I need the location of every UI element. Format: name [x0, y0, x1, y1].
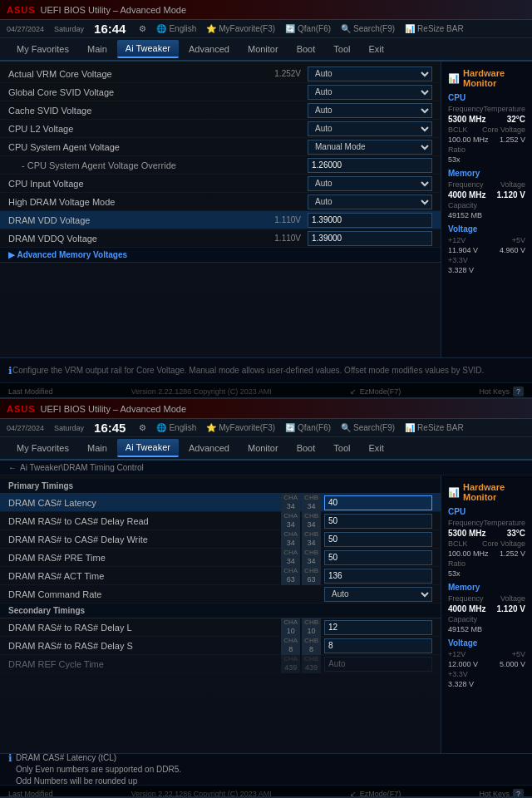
- day-1: Saturday: [54, 25, 84, 33]
- ez-mode-1[interactable]: ↙ EzMode(F7): [350, 387, 401, 396]
- settings-icon-2[interactable]: ⚙: [139, 423, 146, 432]
- nav-tool-1[interactable]: Tool: [325, 41, 358, 57]
- setting-input-ras-read[interactable]: [324, 514, 432, 529]
- hw-cpu-title-2: CPU: [448, 507, 525, 516]
- setting-select-cpu-input[interactable]: Auto: [308, 176, 432, 191]
- hw-corevolt-2: 1.252 V: [500, 549, 525, 558]
- setting-row-svid[interactable]: Global Core SVID Voltage Auto: [0, 83, 441, 101]
- setting-select-svid[interactable]: Auto: [308, 85, 432, 100]
- main-area-1: Actual VRM Core Voltage 1.252V Auto Glob…: [0, 62, 441, 357]
- ez-mode-2[interactable]: ↙ EzMode(F7): [350, 790, 401, 798]
- setting-row-ras-act[interactable]: DRAM RAS# ACT Time CHA63 CHB63: [0, 567, 441, 585]
- setting-row-ras-ras-s[interactable]: DRAM RAS# to RAS# Delay S CHA8 CHB8: [0, 637, 441, 655]
- nav-tool-2[interactable]: Tool: [325, 440, 358, 456]
- toolbar-resize-2[interactable]: 📊ReSize BAR: [405, 423, 464, 432]
- setting-input-ras-write[interactable]: [324, 532, 432, 547]
- status-bar-2: ℹ DRAM CAS# Latency (tCL) Only Even numb…: [0, 753, 532, 785]
- setting-row-dram-mode[interactable]: High DRAM Voltage Mode Auto: [0, 193, 441, 211]
- toolbar-qfan-1[interactable]: 🔄Qfan(F6): [285, 24, 331, 33]
- hw-bclk-label-row: BCLK Core Voltage: [448, 126, 525, 134]
- toolbar-language-1[interactable]: 🌐English: [156, 24, 196, 33]
- setting-input-ras-pre[interactable]: [324, 550, 432, 565]
- section-advanced-memory[interactable]: ▶ Advanced Memory Voltages: [0, 248, 441, 263]
- setting-row-sa-voltage[interactable]: CPU System Agent Voltage Manual Mode: [0, 138, 441, 156]
- bios-title-1: UEFI BIOS Utility – Advanced Mode: [41, 5, 186, 15]
- hot-keys-1[interactable]: Hot Keys ?: [479, 387, 524, 397]
- setting-row-ras-read[interactable]: DRAM RAS# to CAS# Delay Read CHA34 CHB34: [0, 512, 441, 530]
- nav-aitweaker-2[interactable]: Ai Tweaker: [117, 439, 179, 457]
- setting-select-cmd-rate[interactable]: Auto: [324, 587, 432, 602]
- last-modified-1[interactable]: Last Modified: [8, 387, 53, 396]
- hw-sidebar-title-1: 📊 Hardware Monitor: [448, 68, 525, 88]
- setting-label-cpu-l2: CPU L2 Voltage: [8, 124, 259, 134]
- setting-select-sa-voltage[interactable]: Manual Mode: [308, 140, 432, 155]
- setting-row-ras-ras-l[interactable]: DRAM RAS# to RAS# Delay L CHA10 CHB10: [0, 618, 441, 637]
- setting-input-ras-act[interactable]: [324, 569, 432, 584]
- setting-row-ras-pre[interactable]: DRAM RAS# PRE Time CHA34 CHB34: [0, 549, 441, 567]
- hw-voltage-title-1: Voltage: [448, 224, 525, 234]
- nav-favorites-1[interactable]: My Favorites: [8, 41, 77, 57]
- setting-input-ras-ras-l[interactable]: [324, 620, 432, 635]
- ref-cycle-cha-chb: CHA439 CHB439: [281, 654, 321, 672]
- toolbar-resize-1[interactable]: 📊ReSize BAR: [405, 24, 464, 33]
- toolbar-search-2[interactable]: 🔍Search(F9): [341, 423, 395, 432]
- setting-row-cpu-input[interactable]: CPU Input Voltage Auto: [0, 175, 441, 193]
- settings-icon-1[interactable]: ⚙: [139, 24, 146, 33]
- hot-keys-label-1: Hot Keys: [479, 387, 510, 396]
- setting-row-dram-vddq[interactable]: DRAM VDDQ Voltage 1.110V: [0, 229, 441, 248]
- toolbar-qfan-2[interactable]: 🔄Qfan(F6): [285, 423, 331, 432]
- nav-boot-2[interactable]: Boot: [288, 440, 324, 456]
- toolbar-favorite-1[interactable]: ⭐MyFavorite(F3): [206, 24, 275, 33]
- setting-input-ras-ras-s[interactable]: [324, 638, 432, 653]
- setting-row-ras-write[interactable]: DRAM RAS# to CAS# Delay Write CHA34 CHB3…: [0, 530, 441, 549]
- monitor-icon-1: 📊: [448, 73, 460, 84]
- nav-exit-1[interactable]: Exit: [360, 41, 392, 57]
- setting-input-dram-vdd[interactable]: [308, 213, 432, 228]
- hw-voltage-title-2: Voltage: [448, 638, 525, 648]
- setting-select-dram-mode[interactable]: Auto: [308, 195, 432, 209]
- setting-select-cpu-l2[interactable]: Auto: [308, 121, 432, 136]
- setting-row-cmd-rate[interactable]: DRAM Command Rate Auto: [0, 585, 441, 603]
- ras-pre-cha-chb: CHA34 CHB34: [281, 548, 321, 566]
- nav-aitweaker-1[interactable]: Ai Tweaker: [117, 40, 179, 58]
- nav-boot-1[interactable]: Boot: [288, 41, 324, 57]
- hw-cpu-freq: 5300 MHz: [448, 115, 486, 124]
- back-arrow-2[interactable]: ←: [8, 463, 17, 472]
- setting-row-vrm-core[interactable]: Actual VRM Core Voltage 1.252V Auto: [0, 65, 441, 83]
- setting-row-cas[interactable]: DRAM CAS# Latency CHA34 CHB34: [0, 494, 441, 512]
- hw-ratio-2: 53x: [448, 569, 461, 578]
- setting-label-cas: DRAM CAS# Latency: [8, 498, 281, 508]
- setting-row-cpu-l2[interactable]: CPU L2 Voltage Auto: [0, 120, 441, 138]
- setting-row-sa-override[interactable]: - CPU System Agent Voltage Override: [0, 156, 441, 175]
- setting-input-cas[interactable]: [324, 495, 432, 510]
- setting-input-sa-override[interactable]: [308, 158, 432, 173]
- hot-keys-2[interactable]: Hot Keys ?: [479, 789, 524, 799]
- nav-monitor-2[interactable]: Monitor: [239, 440, 287, 456]
- bios-nav-2: My Favorites Main Ai Tweaker Advanced Mo…: [0, 437, 532, 461]
- last-modified-2[interactable]: Last Modified: [8, 790, 53, 798]
- toolbar-search-1[interactable]: 🔍Search(F9): [341, 24, 395, 33]
- nav-monitor-1[interactable]: Monitor: [239, 41, 287, 57]
- ez-icon-2: ↙: [350, 790, 357, 798]
- toolbar-language-2[interactable]: 🌐English: [156, 423, 196, 432]
- setting-label-ras-ras-s: DRAM RAS# to RAS# Delay S: [8, 641, 281, 651]
- setting-select-cache-svid[interactable]: Auto: [308, 103, 432, 118]
- nav-favorites-2[interactable]: My Favorites: [8, 440, 77, 456]
- setting-select-vrm-core[interactable]: Auto: [308, 66, 432, 81]
- toolbar-favorite-2[interactable]: ⭐MyFavorite(F3): [206, 423, 275, 432]
- hw-cpu-temp: 32°C: [507, 115, 525, 124]
- setting-label-sa-voltage: CPU System Agent Voltage: [8, 142, 259, 152]
- nav-main-1[interactable]: Main: [79, 41, 116, 57]
- nav-exit-2[interactable]: Exit: [360, 440, 392, 456]
- hw-mem-volt-1: 1.120 V: [497, 190, 525, 200]
- setting-row-cache-svid[interactable]: Cache SVID Voltage Auto: [0, 101, 441, 120]
- bios-title-2: UEFI BIOS Utility – Advanced Mode: [41, 404, 186, 414]
- ras-ras-l-cha: CHA10: [281, 618, 300, 636]
- nav-advanced-1[interactable]: Advanced: [180, 41, 238, 57]
- setting-row-dram-vdd[interactable]: DRAM VDD Voltage 1.110V: [0, 211, 441, 229]
- ras-pre-chb: CHB34: [302, 548, 321, 566]
- setting-input-dram-vddq[interactable]: [308, 231, 432, 246]
- nav-advanced-2[interactable]: Advanced: [180, 440, 238, 456]
- nav-main-2[interactable]: Main: [79, 440, 116, 456]
- hw-mem-cap-2: 49152 MB: [448, 625, 482, 633]
